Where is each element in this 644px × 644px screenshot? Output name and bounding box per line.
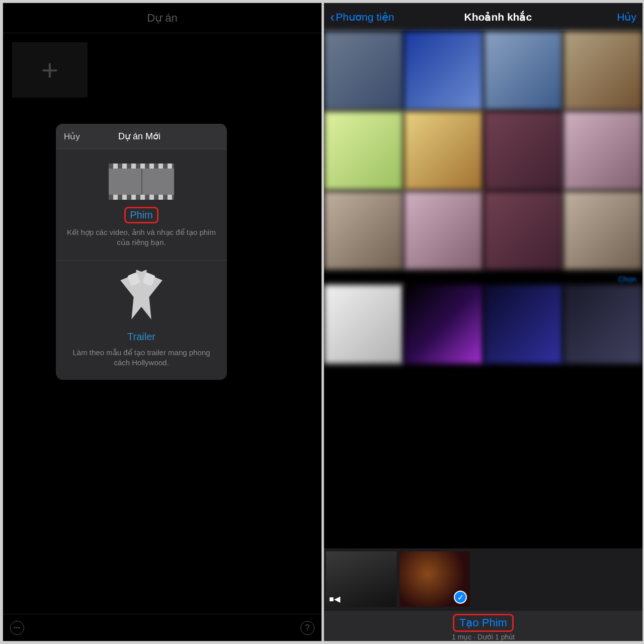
photo-thumb[interactable] bbox=[484, 191, 563, 270]
selection-summary: 1 mục · Dưới 1 phút bbox=[324, 633, 642, 641]
photo-thumb[interactable] bbox=[404, 285, 483, 364]
moments-grid-2 bbox=[324, 285, 642, 364]
sheet-title: Dự án Mới bbox=[60, 131, 219, 142]
trailer-option[interactable]: Trailer Làm theo mẫu để tạo trailer mang… bbox=[56, 260, 227, 380]
photo-thumb[interactable] bbox=[484, 31, 563, 110]
movie-option[interactable]: Phim Kết hợp các video, ảnh và nhạc để t… bbox=[56, 149, 227, 260]
movie-option-desc: Kết hợp các video, ảnh và nhạc để tạo ph… bbox=[66, 227, 217, 248]
ellipsis-icon: ••• bbox=[14, 625, 21, 630]
photo-thumb[interactable] bbox=[564, 191, 642, 270]
page-title: Dự án bbox=[3, 3, 321, 33]
picker-header: ‹ Phương tiện Khoảnh khắc Hủy bbox=[324, 3, 642, 31]
selection-tray: ■◀ ✓ bbox=[324, 548, 642, 611]
photo-thumb[interactable] bbox=[324, 285, 403, 364]
filmstrip-icon bbox=[109, 164, 174, 200]
question-icon: ? bbox=[305, 623, 309, 633]
section-select[interactable]: Chọn bbox=[324, 270, 642, 285]
spotlight-icon bbox=[114, 275, 169, 325]
photo-thumb[interactable] bbox=[404, 191, 483, 270]
check-icon: ✓ bbox=[454, 591, 467, 604]
trailer-option-title: Trailer bbox=[123, 330, 159, 344]
sheet-header: Hủy Dự án Mới bbox=[56, 124, 227, 149]
photo-thumb[interactable] bbox=[324, 111, 403, 190]
photo-thumb[interactable] bbox=[564, 285, 642, 364]
projects-screen: Dự án + Hủy Dự án Mới Phim Kết hợp các v… bbox=[3, 3, 322, 641]
photo-thumb[interactable] bbox=[564, 111, 642, 190]
photo-thumb[interactable] bbox=[324, 31, 403, 110]
more-button[interactable]: ••• bbox=[10, 621, 24, 635]
picker-title: Khoảnh khắc bbox=[379, 11, 617, 23]
create-movie-button[interactable]: Tạo Phim bbox=[453, 614, 514, 632]
picker-footer: Tạo Phim 1 mục · Dưới 1 phút bbox=[324, 611, 642, 641]
selected-thumb[interactable]: ■◀ bbox=[326, 551, 396, 607]
photo-thumb[interactable] bbox=[324, 191, 403, 270]
chevron-left-icon: ‹ bbox=[330, 10, 335, 24]
video-icon: ■◀ bbox=[329, 594, 340, 604]
photo-thumb[interactable] bbox=[404, 31, 483, 110]
photo-thumb[interactable] bbox=[404, 111, 483, 190]
photo-thumb[interactable] bbox=[484, 111, 563, 190]
selected-thumb[interactable]: ✓ bbox=[399, 551, 470, 607]
movie-option-title: Phim bbox=[124, 207, 158, 223]
cancel-button[interactable]: Hủy bbox=[617, 11, 636, 23]
new-project-sheet: Hủy Dự án Mới Phim Kết hợp các video, ản… bbox=[56, 124, 227, 380]
trailer-option-desc: Làm theo mẫu để tạo trailer mang phong c… bbox=[66, 348, 217, 368]
bottom-toolbar: ••• ? bbox=[3, 614, 321, 641]
photo-thumb[interactable] bbox=[484, 285, 563, 364]
media-picker-screen: ‹ Phương tiện Khoảnh khắc Hủy Chọn Chọn … bbox=[324, 3, 643, 641]
moments-grid bbox=[324, 31, 642, 270]
help-button[interactable]: ? bbox=[300, 621, 314, 635]
photo-thumb[interactable] bbox=[564, 31, 642, 110]
new-project-tile[interactable]: + bbox=[12, 42, 88, 98]
plus-icon: + bbox=[41, 55, 58, 85]
